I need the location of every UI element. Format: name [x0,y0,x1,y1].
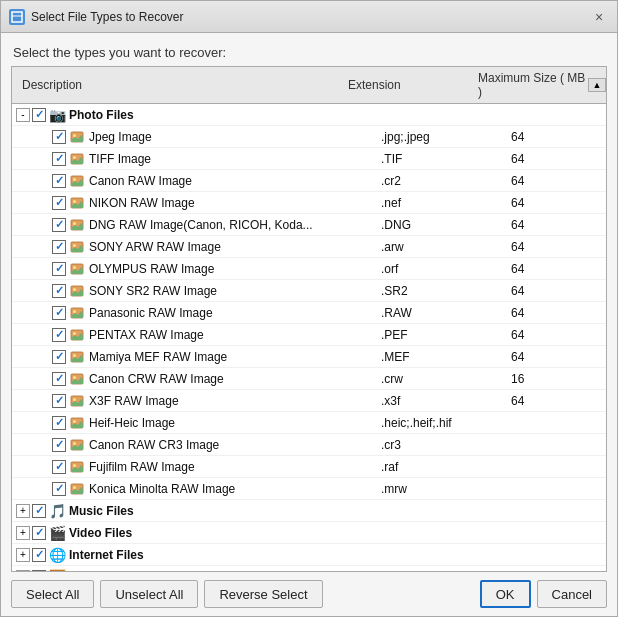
row-checkbox[interactable] [52,394,66,408]
svg-point-7 [73,178,76,181]
svg-point-15 [73,266,76,269]
row-checkbox[interactable] [52,284,66,298]
row-extension: .cr2 [381,174,511,188]
footer: Select All Unselect All Reverse Select O… [1,572,617,616]
svg-point-21 [73,332,76,335]
row-checkbox[interactable] [52,262,66,276]
table-row[interactable]: OLYMPUS RAW Image.orf64 [12,258,606,280]
row-extension: .cr3 [381,438,511,452]
select-all-button[interactable]: Select All [11,580,94,608]
internet-icon: 🌐 [49,547,65,563]
row-checkbox[interactable] [52,416,66,430]
table-row[interactable]: +🎵Music Files [12,500,606,522]
svg-point-27 [73,398,76,401]
table-row[interactable]: Canon CRW RAW Image.crw16 [12,368,606,390]
image-icon [69,415,85,431]
row-label: TIFF Image [89,152,381,166]
row-label: SONY ARW RAW Image [89,240,381,254]
title-bar: Select File Types to Recover × [1,1,617,33]
row-checkbox[interactable] [32,504,46,518]
expand-collapse-button[interactable]: + [16,504,30,518]
svg-point-35 [73,486,76,489]
close-button[interactable]: × [589,7,609,27]
table-row[interactable]: Jpeg Image.jpg;.jpeg64 [12,126,606,148]
table-body[interactable]: -📷Photo FilesJpeg Image.jpg;.jpeg64TIFF … [12,104,606,571]
table-row[interactable]: NIKON RAW Image.nef64 [12,192,606,214]
table-row[interactable]: Fujifilm RAW Image.raf [12,456,606,478]
table-row[interactable]: DNG RAW Image(Canon, RICOH, Koda....DNG6… [12,214,606,236]
row-checkbox[interactable] [52,240,66,254]
row-label: Panasonic RAW Image [89,306,381,320]
row-checkbox[interactable] [32,548,46,562]
table-row[interactable]: X3F RAW Image.x3f64 [12,390,606,412]
row-extension: .orf [381,262,511,276]
table-row[interactable]: SONY SR2 RAW Image.SR264 [12,280,606,302]
row-extension: .nef [381,196,511,210]
image-icon [69,393,85,409]
table-row[interactable]: Konica Minolta RAW Image.mrw [12,478,606,500]
row-checkbox[interactable] [52,482,66,496]
row-checkbox[interactable] [52,218,66,232]
row-checkbox[interactable] [52,438,66,452]
row-checkbox[interactable] [52,460,66,474]
row-label: DNG RAW Image(Canon, RICOH, Koda... [89,218,381,232]
row-checkbox[interactable] [32,526,46,540]
row-checkbox[interactable] [52,306,66,320]
row-label: Konica Minolta RAW Image [89,482,381,496]
row-extension: .mrw [381,482,511,496]
svg-point-13 [73,244,76,247]
row-label: Canon RAW Image [89,174,381,188]
table-row[interactable]: PENTAX RAW Image.PEF64 [12,324,606,346]
row-checkbox[interactable] [52,130,66,144]
expand-collapse-button[interactable]: + [16,526,30,540]
table-row[interactable]: +🌐Internet Files [12,544,606,566]
row-checkbox[interactable] [52,196,66,210]
expand-collapse-button[interactable]: - [16,108,30,122]
row-max-size: 64 [511,218,606,232]
row-checkbox[interactable] [52,174,66,188]
unselect-all-button[interactable]: Unselect All [100,580,198,608]
row-extension: .TIF [381,152,511,166]
graphic-icon: 🖼️ [49,569,65,572]
scroll-up-arrow[interactable]: ▲ [588,78,606,92]
image-icon [69,305,85,321]
row-label: NIKON RAW Image [89,196,381,210]
svg-point-5 [73,156,76,159]
subtitle-text: Select the types you want to recover: [1,45,617,66]
row-checkbox[interactable] [32,570,46,572]
row-label: Video Files [69,526,381,540]
row-label: SONY SR2 RAW Image [89,284,381,298]
row-checkbox[interactable] [52,350,66,364]
table-row[interactable]: Panasonic RAW Image.RAW64 [12,302,606,324]
table-row[interactable]: Canon RAW Image.cr264 [12,170,606,192]
row-extension: .PEF [381,328,511,342]
table-row[interactable]: -📷Photo Files [12,104,606,126]
expand-collapse-button[interactable]: + [16,548,30,562]
row-checkbox[interactable] [52,328,66,342]
row-checkbox[interactable] [52,372,66,386]
row-checkbox[interactable] [32,108,46,122]
header-max-size: Maximum Size ( MB ) [478,71,588,99]
table-row[interactable]: Mamiya MEF RAW Image.MEF64 [12,346,606,368]
row-label: Photo Files [69,108,381,122]
row-extension: .MEF [381,350,511,364]
row-max-size: 64 [511,350,606,364]
table-row[interactable]: +🎬Video Files [12,522,606,544]
ok-button[interactable]: OK [480,580,531,608]
table-row[interactable]: TIFF Image.TIF64 [12,148,606,170]
image-icon [69,349,85,365]
svg-point-17 [73,288,76,291]
table-row[interactable]: -🖼️Graphic Files [12,566,606,571]
table-row[interactable]: Canon RAW CR3 Image.cr3 [12,434,606,456]
cancel-button[interactable]: Cancel [537,580,607,608]
video-icon: 🎬 [49,525,65,541]
table-row[interactable]: Heif-Heic Image.heic;.heif;.hif [12,412,606,434]
reverse-select-button[interactable]: Reverse Select [204,580,322,608]
row-max-size: 64 [511,328,606,342]
app-icon [9,9,25,25]
image-icon [69,481,85,497]
image-icon [69,217,85,233]
table-row[interactable]: SONY ARW RAW Image.arw64 [12,236,606,258]
row-checkbox[interactable] [52,152,66,166]
expand-collapse-button[interactable]: - [16,570,30,572]
